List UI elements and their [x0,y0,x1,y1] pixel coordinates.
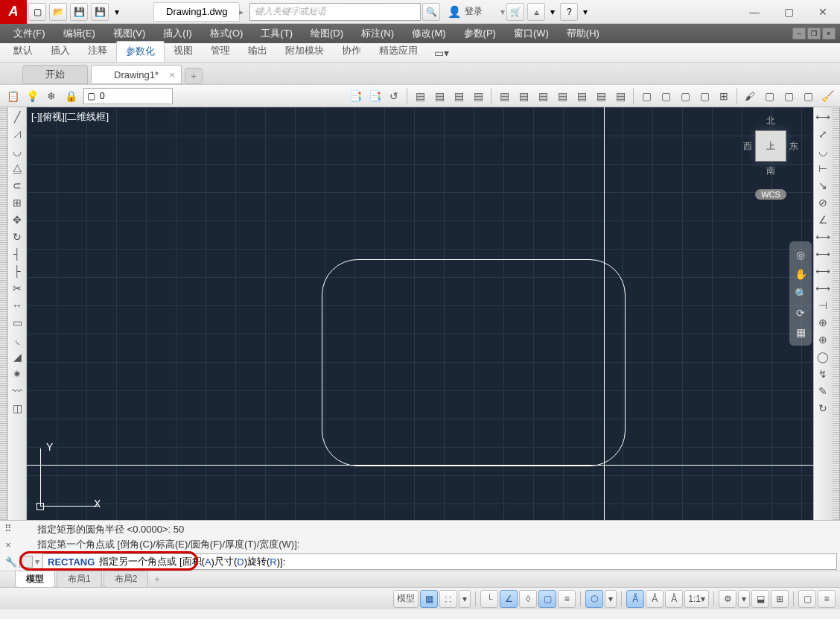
sb-osnap-icon[interactable]: ▢ [538,590,556,608]
menu-9[interactable]: 参数(P) [455,24,505,43]
view-cube[interactable]: 北 西 上 东 南 WCS [743,115,798,200]
dim-jogged-icon[interactable]: ↯ [815,366,831,382]
dim-space-icon[interactable]: ⟷ [815,280,831,296]
ribbon-tab-6[interactable]: 输出 [239,41,276,62]
nav-show-icon[interactable]: ▦ [792,323,809,341]
dim-edit-icon[interactable]: ✎ [815,383,831,399]
sb-model-button[interactable]: 模型 [393,590,419,608]
dim-quick-icon[interactable]: ⟷ [815,229,831,245]
explode-icon[interactable]: ✷ [9,366,25,382]
mirror-icon[interactable]: ⧋ [9,160,25,177]
scissors-icon[interactable]: ✂ [9,280,25,296]
layer-state-icon[interactable]: 💡 [23,87,41,105]
qat-more-icon[interactable]: ▾ [112,3,122,21]
close-tab-icon[interactable]: × [169,69,175,80]
dim-continue-icon[interactable]: ⟷ [815,263,831,279]
new-tab-button[interactable]: ＋ [185,68,203,84]
layout-tab-2[interactable]: 布局2 [104,571,149,588]
dim-center-icon[interactable]: ⊕ [815,331,831,348]
login-dropdown-icon[interactable]: ▾ [500,7,505,17]
layers-8-icon[interactable]: ▤ [553,87,571,105]
dim-tolerance-icon[interactable]: ⊕ [815,314,831,331]
arc-icon[interactable]: ◡ [9,143,25,159]
layers-10-icon[interactable]: ▤ [592,87,610,105]
layout-tab-1[interactable]: 布局1 [57,571,102,588]
cmd-recent-icon[interactable] [19,556,33,568]
sb-more1-icon[interactable]: ▾ [459,590,471,608]
sb-iso-icon[interactable]: ◊ [519,590,537,608]
sb-units-icon[interactable]: ⬓ [751,590,769,608]
layers-3-icon[interactable]: ▤ [450,87,468,105]
cmd-dropdown-icon[interactable]: ▾ [35,556,39,567]
extend-icon[interactable]: ├ [9,263,25,279]
clear-icon[interactable]: 🧹 [818,87,836,105]
layers-11-icon[interactable]: ▤ [611,87,629,105]
nav-zoom-icon[interactable]: 🔍 [792,285,809,302]
ribbon-tab-1[interactable]: 插入 [42,41,79,62]
dim-baseline-icon[interactable]: ⟷ [815,246,831,262]
ribbon-overflow-icon[interactable]: ▭▾ [433,44,451,62]
maximize-button[interactable]: ▢ [771,1,806,23]
search-icon[interactable]: 🔍 [422,3,440,21]
sb-more2-icon[interactable]: ▾ [605,590,617,608]
layer-properties-icon[interactable]: 📋 [4,87,22,105]
ribbon-tab-5[interactable]: 管理 [202,41,239,62]
autodesk-icon[interactable]: ⟁ [527,3,545,21]
layers-7-icon[interactable]: ▤ [534,87,552,105]
dim-linear-icon[interactable]: ⟷ [815,109,831,125]
fillet-icon[interactable]: ◟ [9,331,25,348]
offset-icon[interactable]: ⊂ [9,177,25,194]
cloud-dropdown-icon[interactable]: ▾ [548,3,557,21]
help-icon[interactable]: ? [560,3,578,21]
cmd-handle-icon[interactable]: ⠿ [0,523,16,534]
prop-2-icon[interactable]: ▢ [657,87,675,105]
dim-aligned-icon[interactable]: ⤢ [815,126,831,142]
sb-lwt-icon[interactable]: ≡ [558,590,576,608]
sb-more3-icon[interactable]: ▾ [738,590,750,608]
login-button[interactable]: 登录 [465,5,483,18]
move-icon[interactable]: ✥ [9,212,25,228]
sb-quickprop-icon[interactable]: ⊞ [771,590,789,608]
sb-ortho-icon[interactable]: └ [480,590,498,608]
palette-handle-left[interactable] [0,107,7,520]
mdi-restore-icon[interactable]: ❐ [807,28,821,39]
dim-inspect-icon[interactable]: ◯ [815,349,831,365]
nav-pan-icon[interactable]: ✋ [792,265,809,283]
sb-anno-icon[interactable]: Å [626,590,644,608]
viewport-label[interactable]: [-][俯视][二维线框] [31,110,109,124]
sb-clean-icon[interactable]: ▢ [798,590,816,608]
spline-icon[interactable]: 〰 [9,383,25,399]
line-icon[interactable]: ╱ [9,109,25,125]
prop-4-icon[interactable]: ▢ [696,87,713,105]
help-dropdown-icon[interactable]: ▾ [581,3,590,21]
dim-break-icon[interactable]: ⊣ [815,297,831,314]
layer-freeze-icon[interactable]: ❄ [42,87,60,105]
sb-scale-button[interactable]: 1:1 ▾ [684,590,709,608]
layers-2-icon[interactable]: ▤ [430,87,448,105]
tab-start[interactable]: 开始 [22,65,88,84]
tab-drawing1[interactable]: Drawing1* × [91,65,182,84]
prop-5-icon[interactable]: ⊞ [715,87,733,105]
menu-11[interactable]: 帮助(H) [558,24,608,43]
search-input[interactable]: 键入关键字或短语 [249,3,421,21]
prop-1-icon[interactable]: ▢ [637,87,655,105]
minimize-button[interactable]: — [737,1,771,23]
array-icon[interactable]: ⊞ [9,194,25,211]
ribbon-tab-8[interactable]: 协作 [333,41,370,62]
layers-4-icon[interactable]: ▤ [469,87,487,105]
chamfer-icon[interactable]: ◢ [9,349,25,365]
mdi-min-icon[interactable]: – [792,28,806,39]
layers-9-icon[interactable]: ▤ [573,87,591,105]
mdi-close-icon[interactable]: × [822,28,836,39]
layers-5-icon[interactable]: ▤ [495,87,513,105]
tool-c-icon[interactable]: ▢ [799,87,817,105]
nav-orbit-icon[interactable]: ⟳ [792,304,809,322]
dim-update-icon[interactable]: ↻ [815,400,831,416]
sb-gear-icon[interactable]: ⚙ [719,590,736,608]
ribbon-tab-3[interactable]: 参数化 [116,41,165,62]
sb-grid-icon[interactable]: ▦ [420,590,438,608]
dim-radius-icon[interactable]: ↘ [815,177,831,194]
sb-custom-icon[interactable]: ≡ [818,590,836,608]
layer-lock-icon[interactable]: 🔒 [62,87,80,105]
ribbon-tab-9[interactable]: 精选应用 [370,41,427,62]
